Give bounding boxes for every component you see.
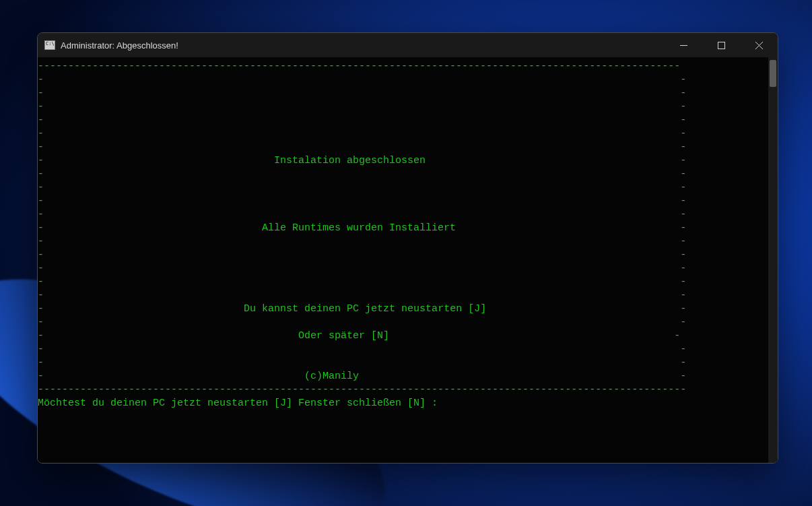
msg-later: Oder später [N] (298, 330, 389, 342)
svg-rect-1 (718, 42, 724, 49)
cmd-icon (44, 40, 55, 50)
box-bottom: ----------------------------------------… (38, 384, 686, 396)
minimize-icon (680, 42, 687, 49)
msg-install-done: Instalation abgeschlossen (274, 155, 426, 166)
msg-restart: Du kannst deinen PC jetzt neustarten [J] (244, 303, 486, 315)
window-title: Administrator: Abgeschlossen! (61, 40, 178, 51)
terminal-body: ----------------------------------------… (38, 57, 778, 463)
box-top: ----------------------------------------… (38, 61, 680, 72)
msg-copyright: (c)Manily (304, 371, 359, 382)
msg-runtimes: Alle Runtimes wurden Installiert (262, 222, 456, 234)
titlebar[interactable]: Administrator: Abgeschlossen! (38, 33, 778, 57)
maximize-icon (718, 42, 725, 49)
terminal-output[interactable]: ----------------------------------------… (38, 57, 768, 463)
terminal-window: Administrator: Abgeschlossen! ----------… (37, 32, 778, 464)
window-controls (665, 33, 778, 57)
close-icon (755, 42, 763, 49)
prompt-line: Möchtest du deinen PC jetzt neustarten [… (38, 398, 438, 409)
minimize-button[interactable] (665, 33, 702, 57)
scroll-thumb[interactable] (770, 60, 776, 87)
close-button[interactable] (740, 33, 778, 57)
scrollbar[interactable] (768, 57, 778, 463)
maximize-button[interactable] (702, 33, 740, 57)
